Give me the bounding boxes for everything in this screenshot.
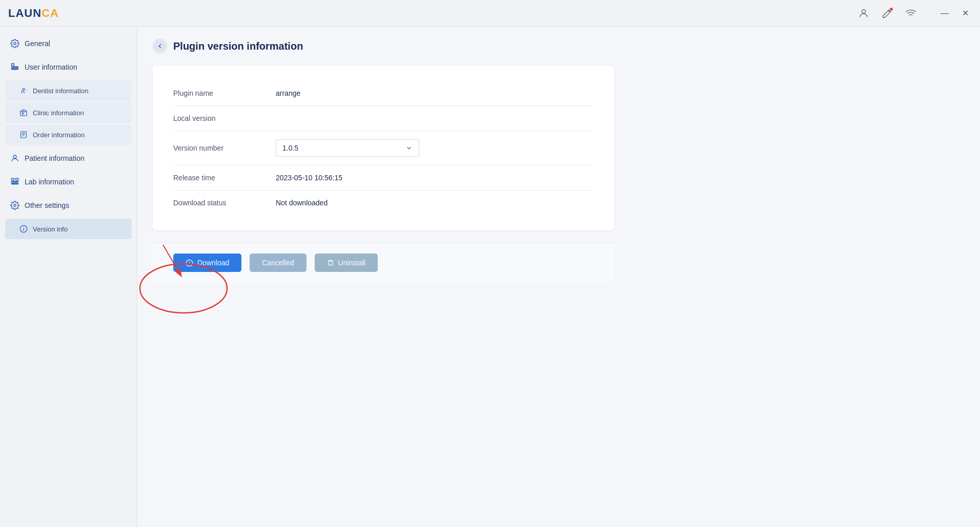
patient-icon bbox=[10, 154, 19, 163]
sidebar-label-order-info: Order information bbox=[33, 131, 85, 139]
titlebar-right: — ✕ bbox=[856, 6, 972, 20]
user-group-icon bbox=[10, 62, 19, 72]
trash-icon bbox=[327, 259, 334, 266]
gear-icon bbox=[10, 39, 19, 48]
svg-point-5 bbox=[23, 88, 25, 90]
sidebar-item-version-info[interactable]: Version info bbox=[5, 219, 132, 239]
plugin-name-value: arrange bbox=[276, 89, 594, 97]
sidebar-item-other-settings[interactable]: Other settings bbox=[0, 194, 137, 217]
logo-ca: CA bbox=[42, 7, 59, 19]
logo: LAUNCA bbox=[8, 7, 59, 20]
minimize-button[interactable]: — bbox=[937, 8, 952, 19]
settings-icon bbox=[10, 201, 19, 210]
back-button[interactable] bbox=[153, 39, 167, 53]
svg-rect-7 bbox=[21, 132, 27, 138]
release-time-label: Release time bbox=[173, 174, 266, 182]
buttons-section: Download Cancelled Uninstall bbox=[153, 243, 614, 282]
sidebar-label-other-settings: Other settings bbox=[25, 201, 69, 209]
window-controls: — ✕ bbox=[937, 7, 972, 19]
version-number-label: Version number bbox=[173, 144, 266, 152]
sidebar-label-lab-info: Lab information bbox=[25, 178, 74, 186]
sidebar-item-lab-information[interactable]: Lab information bbox=[0, 170, 137, 194]
titlebar: LAUNCA — ✕ bbox=[0, 0, 980, 27]
download-button[interactable]: Download bbox=[173, 254, 241, 272]
plugin-name-label: Plugin name bbox=[173, 89, 266, 97]
user-icon[interactable] bbox=[856, 6, 871, 20]
svg-rect-12 bbox=[11, 183, 18, 184]
version-number-row: Version number 1.0.5 bbox=[173, 131, 594, 165]
svg-point-13 bbox=[14, 204, 16, 207]
logo-laun: LAUN bbox=[8, 7, 42, 19]
sidebar-item-patient-information[interactable]: Patient information bbox=[0, 146, 137, 170]
version-number-select[interactable]: 1.0.5 bbox=[276, 139, 419, 157]
local-version-row: Local version bbox=[173, 106, 594, 131]
svg-point-0 bbox=[862, 9, 865, 13]
download-button-label: Download bbox=[197, 259, 229, 267]
download-status-value: Not downloaded bbox=[276, 199, 594, 207]
content-area: Plugin version information Plugin name a… bbox=[137, 27, 980, 527]
close-button[interactable]: ✕ bbox=[959, 7, 972, 19]
cancelled-button-label: Cancelled bbox=[262, 259, 294, 267]
release-time-row: Release time 2023-05-10 10:56:15 bbox=[173, 165, 594, 191]
page-header: Plugin version information bbox=[153, 39, 965, 53]
uninstall-button[interactable]: Uninstall bbox=[315, 254, 378, 272]
svg-point-1 bbox=[14, 43, 16, 45]
clinic-icon bbox=[19, 109, 28, 117]
uninstall-button-label: Uninstall bbox=[338, 259, 366, 267]
main-layout: General User information Dentist informa… bbox=[0, 27, 980, 527]
sidebar-label-patient-info: Patient information bbox=[25, 154, 85, 162]
svg-rect-2 bbox=[11, 64, 14, 66]
local-version-label: Local version bbox=[173, 114, 266, 122]
download-icon bbox=[186, 259, 193, 267]
sidebar-item-clinic-information[interactable]: Clinic information bbox=[5, 102, 132, 123]
svg-rect-4 bbox=[11, 69, 18, 70]
page-title: Plugin version information bbox=[173, 40, 303, 52]
sidebar-label-version-info: Version info bbox=[33, 225, 68, 233]
version-number-value: 1.0.5 bbox=[282, 144, 298, 152]
chevron-down-icon bbox=[405, 144, 413, 152]
plugin-name-row: Plugin name arrange bbox=[173, 81, 594, 106]
lab-icon bbox=[10, 177, 19, 186]
wifi-icon[interactable] bbox=[904, 6, 918, 20]
sidebar-item-general[interactable]: General bbox=[0, 32, 137, 55]
dentist-icon bbox=[19, 87, 28, 95]
release-time-value: 2023-05-10 10:56:15 bbox=[276, 174, 594, 182]
cancelled-button[interactable]: Cancelled bbox=[250, 254, 306, 272]
download-status-row: Download status Not downloaded bbox=[173, 191, 594, 215]
sidebar-label-dentist-info: Dentist information bbox=[33, 87, 88, 95]
sidebar-label-user-info: User information bbox=[25, 63, 77, 71]
svg-rect-9 bbox=[11, 178, 14, 180]
edit-icon[interactable] bbox=[880, 6, 894, 20]
sidebar-item-dentist-information[interactable]: Dentist information bbox=[5, 80, 132, 101]
sidebar-label-general: General bbox=[25, 39, 50, 48]
download-status-label: Download status bbox=[173, 199, 266, 207]
sidebar: General User information Dentist informa… bbox=[0, 27, 137, 527]
info-icon bbox=[19, 225, 28, 233]
notification-dot bbox=[889, 7, 893, 11]
sidebar-item-user-information[interactable]: User information bbox=[0, 55, 137, 79]
svg-rect-10 bbox=[11, 181, 18, 182]
svg-rect-11 bbox=[16, 178, 18, 180]
svg-rect-3 bbox=[11, 67, 18, 68]
order-icon bbox=[19, 131, 28, 139]
sidebar-label-clinic-info: Clinic information bbox=[33, 109, 84, 117]
svg-point-8 bbox=[13, 155, 16, 158]
sidebar-item-order-information[interactable]: Order information bbox=[5, 124, 132, 145]
plugin-card: Plugin name arrange Local version Versio… bbox=[153, 66, 614, 230]
